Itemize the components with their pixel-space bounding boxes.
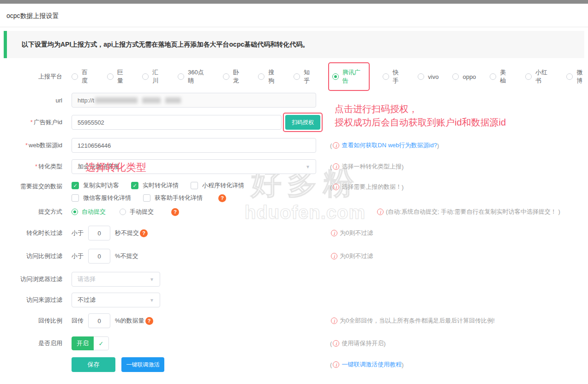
checkbox-checked-icon: ✓: [72, 182, 79, 189]
conversion-type-value: 加企业微信客服: [78, 162, 120, 171]
help-question-icon[interactable]: ?: [218, 194, 226, 202]
scan-auth-highlight-box: 扫码授权: [283, 113, 323, 132]
actions-hint: (i一键联调激活使用教程): [330, 360, 404, 369]
radio-circle-icon: [452, 73, 459, 80]
radio-360dianjing[interactable]: 360点睛: [178, 68, 209, 85]
radio-circle-icon: [383, 73, 389, 80]
submit-method-radio-group: 自动提交 手动提交 ?: [72, 208, 179, 216]
save-button[interactable]: 保存: [72, 357, 115, 372]
row-url: url http://t: [0, 93, 588, 108]
row-duration-filter: 转化时长过滤 小于 0 秒不提交 ? i为0则不过滤: [0, 226, 588, 240]
row-callback-ratio: 回传比例 回传 0 %的数据量 ? i为0全部回传，当以上所有条件都满足后最后计…: [0, 313, 588, 328]
ratio-filter-hint: i为0则不过滤: [330, 252, 373, 260]
ratio-filter-label: 访问比例过滤: [0, 252, 72, 260]
enabled-hint: (i使用请保持开启): [330, 339, 386, 348]
radio-circle-icon: [178, 73, 184, 80]
account-id-input[interactable]: 55955502: [72, 115, 282, 130]
browser-filter-select[interactable]: 请选择 ▼: [72, 272, 160, 287]
info-icon: i: [333, 184, 339, 190]
duration-prefix: 小于: [72, 229, 84, 237]
ratio-prefix: 小于: [72, 252, 84, 260]
checkbox-copy-realtime-visitors[interactable]: ✓复制实时访客: [72, 181, 119, 190]
ratio-input[interactable]: 0: [88, 249, 110, 264]
url-label: url: [0, 97, 72, 104]
radio-wolong[interactable]: 卧龙: [223, 68, 245, 85]
radio-selected-icon: [332, 73, 339, 80]
conversion-type-hint: (i选择一种转化类型上报): [330, 162, 404, 171]
help-question-icon[interactable]: ?: [140, 229, 148, 237]
enable-toggle[interactable]: 开启 ✓: [72, 336, 109, 350]
source-filter-label: 访问来源过滤: [0, 296, 72, 304]
row-enabled: 是否启用 开启 ✓ (i使用请保持开启): [0, 336, 588, 350]
help-question-icon[interactable]: ?: [145, 317, 153, 325]
radio-oppo[interactable]: oppo: [452, 73, 476, 80]
info-icon: i: [331, 318, 337, 324]
callback-ratio-hint: i为0全部回传，当以上所有条件都满足后最后计算回传比例!: [330, 317, 495, 325]
page-title: ocpc数据上报设置: [6, 12, 582, 20]
browser-filter-placeholder: 请选择: [78, 275, 96, 283]
radio-meiyou[interactable]: 美柚: [490, 68, 511, 85]
ocpc-settings-page: ocpc数据上报设置 以下设置均为API上报方式，api上报方式无需在落地页上再…: [0, 0, 588, 384]
radio-baidu[interactable]: 百度: [72, 68, 93, 85]
radio-sogou[interactable]: 搜狗: [258, 68, 280, 85]
enabled-label: 是否启用: [0, 339, 72, 348]
source-filter-select[interactable]: 不过滤 ▼: [72, 293, 160, 307]
checkbox-wechat-service-conversion-detail[interactable]: 微信客服转化详情: [72, 194, 131, 202]
checkbox-icon: [72, 194, 79, 202]
checkbox-icon: [191, 182, 198, 189]
callback-prefix: 回传: [72, 317, 84, 325]
radio-circle-icon: [294, 73, 300, 80]
platform-label: 上报平台: [0, 72, 72, 81]
submit-data-hint: (i选择需要上报的数据！): [330, 183, 404, 191]
conversion-type-select[interactable]: 加企业微信客服 ▼: [72, 159, 316, 174]
callback-input[interactable]: 0: [88, 313, 110, 328]
url-blurred-value: [95, 97, 181, 103]
settings-form: 上报平台 百度 巨量 汇川 360点睛 卧龙 搜狗 知乎 腾讯广告 快手 viv…: [0, 58, 588, 372]
scan-auth-button[interactable]: 扫码授权: [285, 115, 320, 130]
info-icon: i: [377, 209, 384, 215]
row-platform: 上报平台 百度 巨量 汇川 360点睛 卧龙 搜狗 知乎 腾讯广告 快手 viv…: [0, 71, 588, 82]
radio-circle-icon: [223, 73, 229, 80]
row-conversion-type: *转化类型 加企业微信客服 ▼ 选择转化类型 (i选择一种转化类型上报): [0, 159, 588, 174]
info-icon: i: [333, 163, 339, 170]
submit-data-label: 需要提交的数据: [0, 181, 72, 191]
radio-circle-icon: [120, 209, 126, 215]
radio-vivo[interactable]: vivo: [418, 73, 438, 80]
radio-kuaishou[interactable]: 快手: [383, 68, 404, 85]
checkbox-icon: [143, 194, 150, 202]
callback-ratio-label: 回传比例: [0, 317, 72, 325]
submit-method-label: 提交方式: [0, 208, 72, 216]
duration-filter-label: 转化时长过滤: [0, 229, 72, 237]
api-notice-banner: 以下设置均为API上报方式，api上报方式无需在落地页上再添加各大平台ocpc基…: [4, 31, 584, 58]
radio-weibo[interactable]: 微博: [566, 68, 588, 85]
duration-input[interactable]: 0: [88, 226, 110, 240]
row-submit-data: 需要提交的数据 ✓复制实时访客 ✓实时转化详情 小程序转化详情 微信客服转化详情…: [0, 181, 588, 202]
chevron-down-icon: ▼: [150, 277, 154, 282]
radio-circle-icon: [566, 73, 573, 80]
checkbox-miniprogram-conversion-detail[interactable]: 小程序转化详情: [191, 181, 244, 190]
account-id-value: 55955502: [78, 119, 104, 126]
duration-filter-hint: i为0则不过滤: [330, 229, 373, 237]
url-input[interactable]: http://t: [72, 93, 316, 108]
row-ratio-filter: 访问比例过滤 小于 0 %不提交 i为0则不过滤: [0, 249, 588, 264]
activate-tutorial-link[interactable]: 一键联调激活使用教程: [342, 360, 402, 369]
radio-auto-submit[interactable]: 自动提交: [72, 208, 106, 216]
checkbox-realtime-conversion-detail[interactable]: ✓实时转化详情: [131, 181, 179, 190]
one-key-activate-button[interactable]: 一键联调激活: [121, 357, 164, 372]
radio-juliang[interactable]: 巨量: [107, 68, 129, 85]
row-browser-filter: 访问浏览器过滤 请选择 ▼: [0, 272, 588, 287]
radio-tencent-ads[interactable]: 腾讯广告: [332, 68, 366, 85]
radio-manual-submit[interactable]: 手动提交: [120, 208, 154, 216]
datasource-help-link[interactable]: 查看如何获取DN web行为数据源id?: [342, 141, 437, 150]
radio-huichuan[interactable]: 汇川: [142, 68, 164, 85]
checkbox-lead-assistant-conversion-detail[interactable]: 获客助手转化详情: [143, 194, 203, 202]
radio-circle-icon: [418, 73, 424, 80]
radio-circle-icon: [72, 73, 78, 80]
radio-xiaohongshu[interactable]: 小红书: [525, 68, 552, 85]
help-question-icon[interactable]: ?: [171, 208, 179, 216]
tencent-highlight-box: 腾讯广告: [328, 62, 370, 91]
toggle-on-segment: 开启: [72, 336, 94, 350]
radio-zhihu[interactable]: 知乎: [294, 68, 315, 85]
datasource-id-input[interactable]: 1210656446: [72, 138, 316, 153]
url-value: http://t: [78, 97, 94, 104]
